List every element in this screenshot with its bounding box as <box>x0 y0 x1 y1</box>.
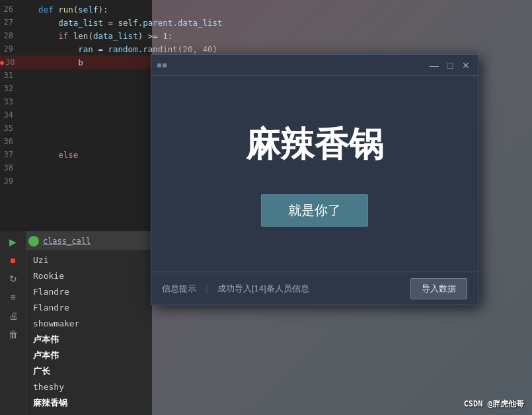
code-token: def <box>38 5 54 15</box>
line-number: 39 <box>0 176 19 186</box>
play-button[interactable]: ▶ <box>4 234 22 250</box>
code-line-37: 37 else <box>0 148 152 161</box>
close-button[interactable]: ✕ <box>459 59 473 72</box>
code-token: len( <box>68 31 93 41</box>
icon-sq2 <box>163 63 167 67</box>
line-number: 34 <box>0 110 19 120</box>
print-button[interactable]: 🖨 <box>4 308 22 324</box>
list-item[interactable]: 卢本伟 <box>26 332 152 348</box>
dialog-window: — □ ✕ 麻辣香锅 就是你了 信息提示 ｜ 成功导入[14]条人员信息 导入数… <box>151 54 478 305</box>
code-token: ) <box>138 31 148 41</box>
code-line-38: 38 <box>0 161 152 174</box>
list-item[interactable]: Flandre <box>26 300 152 316</box>
dialog-app-icon <box>157 60 167 71</box>
line-number: 33 <box>0 97 19 106</box>
code-token: data_list <box>93 31 138 41</box>
list-item[interactable]: Uzi <box>26 252 152 268</box>
dialog-body: 麻辣香锅 就是你了 <box>151 76 478 272</box>
code-line-36: 36 <box>0 135 152 148</box>
dialog-main-text: 麻辣香锅 <box>246 122 383 168</box>
code-token: ) <box>213 44 218 54</box>
svg-point-0 <box>31 239 36 244</box>
code-line-31: 31 <box>0 69 152 82</box>
code-line-27: 27 data_list = self.parent.data_list <box>0 16 152 29</box>
code-token: random <box>108 44 137 54</box>
code-token: 20 <box>182 44 192 54</box>
code-editor: 26 def run(self):27 data_list = self.par… <box>0 0 152 231</box>
code-token: else <box>58 150 78 160</box>
code-token: .parent.data_list <box>138 18 223 28</box>
code-token: 40 <box>202 44 212 54</box>
line-number: ●30 <box>0 57 19 67</box>
maximize-button[interactable]: □ <box>443 59 457 72</box>
code-line-33: 33 <box>0 95 152 108</box>
code-line-35: 35 <box>0 122 152 135</box>
code-line-39: 39 <box>0 174 152 188</box>
action-button[interactable]: 就是你了 <box>261 194 368 227</box>
code-token: = <box>103 18 118 28</box>
rerun-button[interactable]: ↻ <box>4 271 22 287</box>
code-token: self <box>78 5 98 15</box>
dialog-titlebar: — □ ✕ <box>151 55 478 76</box>
code-token <box>19 18 58 28</box>
code-token: b <box>78 57 83 67</box>
code-line-32: 32 <box>0 82 152 95</box>
code-token: if <box>58 31 68 41</box>
code-token: run <box>58 5 73 15</box>
line-number: 28 <box>0 31 19 40</box>
scroll-lock-button[interactable]: ≡ <box>4 289 22 305</box>
code-line-34: 34 <box>0 108 152 122</box>
line-number: 29 <box>0 44 19 54</box>
list-item[interactable]: showmaker <box>26 316 152 332</box>
minimize-button[interactable]: — <box>428 59 441 72</box>
code-line-29: 29 ran = random.randint(20, 40) <box>0 42 152 56</box>
list-item[interactable]: Flandre <box>26 284 152 300</box>
line-number: 36 <box>0 137 19 146</box>
line-number: 32 <box>0 84 19 93</box>
line-number: 35 <box>0 124 19 133</box>
line-number: 37 <box>0 150 19 159</box>
code-token: 1 <box>163 31 168 41</box>
run-icon <box>28 236 39 246</box>
code-token <box>19 150 58 160</box>
breakpoint-icon: ● <box>0 59 4 66</box>
dialog-footer: 信息提示 ｜ 成功导入[14]条人员信息 导入数据 <box>151 272 478 305</box>
code-token: data_list <box>58 18 103 28</box>
import-button[interactable]: 导入数据 <box>410 278 467 299</box>
delete-button[interactable]: 🗑 <box>4 326 22 342</box>
code-token: = <box>93 44 108 54</box>
dialog-title-left <box>157 60 167 71</box>
line-number: 38 <box>0 163 19 172</box>
stop-button[interactable]: ■ <box>4 252 22 268</box>
list-panel: UziRookieFlandreFlandreshowmaker卢本伟卢本伟广长… <box>26 250 152 415</box>
code-token: ): <box>98 5 108 15</box>
code-line-28: 28 if len(data_list) >= 1: <box>0 29 152 42</box>
list-item[interactable]: 卢本伟 <box>26 348 152 363</box>
footer-info-text: 成功导入[14]条人员信息 <box>217 283 410 295</box>
list-item[interactable]: Rookie <box>26 268 152 284</box>
code-token: , <box>192 44 202 54</box>
left-toolbar: ▶ ■ ↻ ≡ 🖨 🗑 <box>0 231 26 415</box>
code-token: self <box>118 18 138 28</box>
code-token <box>19 5 38 15</box>
code-token <box>19 31 58 41</box>
code-token: ( <box>73 5 79 15</box>
code-token: .randint( <box>138 44 183 54</box>
line-number: 27 <box>0 18 19 27</box>
code-token <box>19 44 78 54</box>
code-token: ran <box>78 44 93 54</box>
list-item[interactable]: theshy <box>26 379 152 395</box>
line-number: 26 <box>0 5 19 14</box>
code-token <box>54 5 59 15</box>
line-number: 31 <box>0 71 19 80</box>
list-item[interactable]: 麻辣香锅 <box>26 395 152 411</box>
code-token <box>19 57 78 67</box>
code-line-26: 26 def run(self): <box>0 3 152 16</box>
icon-sq1 <box>157 63 161 67</box>
footer-info-label: 信息提示 <box>162 283 196 295</box>
list-item[interactable]: 广长 <box>26 363 152 379</box>
code-line-30: ●30 b <box>0 56 152 69</box>
run-module-name[interactable]: class_call <box>43 237 91 246</box>
footer-separator: ｜ <box>202 282 212 295</box>
csdn-watermark: CSDN @胖虎他哥 <box>464 398 524 410</box>
